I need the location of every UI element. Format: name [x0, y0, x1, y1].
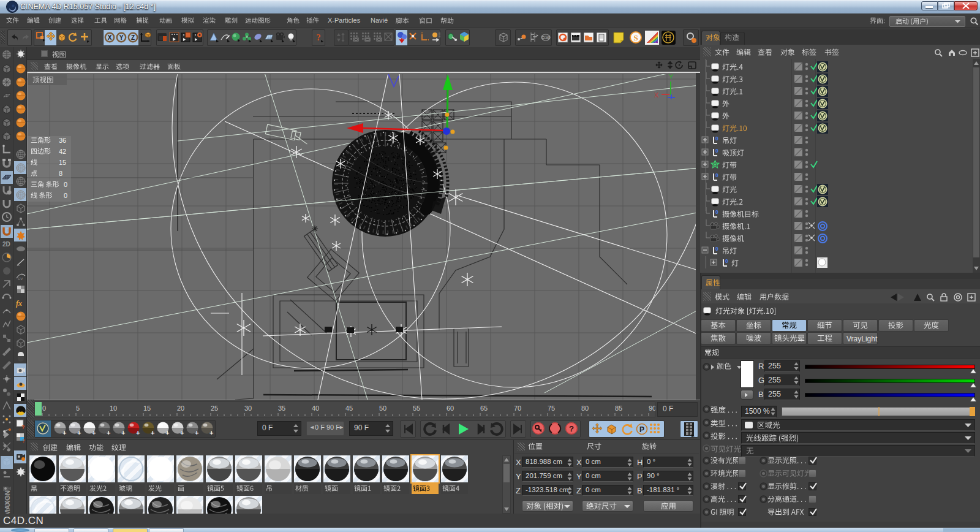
- svg-text:S: S: [633, 33, 638, 42]
- svg-text:?: ?: [316, 32, 321, 42]
- svg-text:0: 0: [715, 148, 718, 154]
- svg-text:15: 15: [143, 405, 151, 412]
- svg-text:90: 90: [649, 405, 655, 412]
- svg-text:0: 0: [715, 246, 718, 252]
- svg-text:65: 65: [480, 405, 488, 412]
- svg-text:45: 45: [345, 405, 353, 412]
- svg-text:X: X: [108, 34, 112, 41]
- svg-text:+: +: [180, 429, 184, 436]
- svg-text:5: 5: [76, 405, 80, 412]
- svg-text:85: 85: [615, 405, 622, 412]
- svg-text:40: 40: [312, 405, 319, 412]
- svg-text:X: X: [654, 91, 659, 99]
- svg-text:+: +: [165, 429, 169, 436]
- svg-text:20: 20: [177, 405, 184, 412]
- svg-text:2D: 2D: [2, 241, 10, 248]
- svg-text:Y: Y: [119, 34, 124, 41]
- svg-text:Y: Y: [669, 74, 674, 80]
- svg-text:60: 60: [447, 405, 454, 412]
- svg-text:35: 35: [278, 405, 285, 412]
- svg-text:25: 25: [211, 405, 218, 412]
- svg-text:+: +: [195, 429, 198, 436]
- svg-text:0: 0: [715, 209, 718, 215]
- svg-text:?: ?: [21, 424, 25, 430]
- svg-text:+: +: [77, 429, 81, 436]
- svg-text:50: 50: [379, 405, 386, 412]
- svg-text:0: 0: [725, 258, 728, 264]
- svg-text:P: P: [639, 425, 644, 434]
- svg-text:Z: Z: [131, 34, 135, 41]
- svg-text:75: 75: [548, 405, 555, 412]
- svg-text:+: +: [151, 429, 154, 436]
- svg-text:?: ?: [22, 438, 25, 444]
- svg-text:10: 10: [110, 405, 117, 412]
- svg-text:+: +: [62, 429, 66, 436]
- svg-text:+: +: [92, 429, 96, 436]
- svg-text:70: 70: [514, 405, 521, 412]
- svg-text:80: 80: [581, 405, 589, 412]
- svg-text:0: 0: [715, 135, 718, 142]
- svg-text:30: 30: [244, 405, 252, 412]
- svg-text:fx: fx: [16, 299, 22, 308]
- svg-text:0: 0: [42, 405, 46, 412]
- svg-text:+: +: [209, 429, 213, 436]
- svg-text:Cr:wd: Cr:wd: [541, 36, 549, 39]
- svg-text:0: 0: [715, 172, 718, 178]
- svg-text:55: 55: [413, 405, 420, 412]
- svg-text:+: +: [107, 429, 110, 436]
- svg-text:CV: CV: [18, 277, 23, 281]
- svg-text:+: +: [121, 429, 125, 436]
- svg-text:+: +: [136, 429, 140, 436]
- svg-text:?: ?: [569, 424, 574, 433]
